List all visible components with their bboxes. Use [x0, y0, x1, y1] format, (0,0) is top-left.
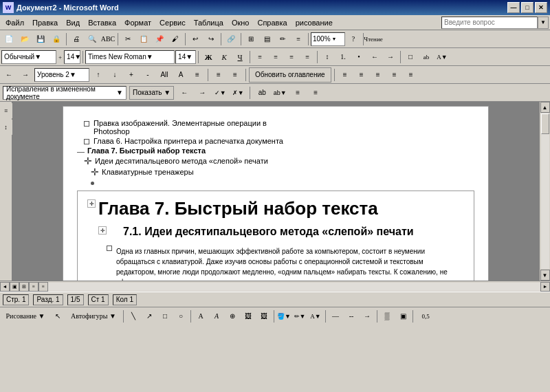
menu-tools[interactable]: Сервис [155, 17, 190, 28]
collapse-button[interactable]: - [140, 67, 155, 83]
track-btn2[interactable]: ab▼ [272, 85, 287, 100]
level-dropdown[interactable]: Уровень 2 ▼ [34, 68, 89, 82]
align-justify-button[interactable]: ≡ [300, 50, 315, 65]
scroll-track[interactable] [541, 113, 549, 269]
shadow-btn[interactable]: ▒ [380, 309, 395, 324]
track-btn1[interactable]: ab [254, 85, 270, 100]
show-format-button[interactable]: A [173, 67, 188, 83]
drawing-label-btn[interactable]: Рисование ▼ [1, 309, 50, 324]
menu-help[interactable]: Справка [253, 17, 291, 28]
drawing-button[interactable]: ✏ [275, 32, 290, 47]
autoshapes-btn[interactable]: Автофигуры ▼ [66, 309, 121, 324]
style-dropdown[interactable]: Обычный ▼ [1, 50, 56, 64]
move-up-button[interactable]: ↑ [91, 67, 106, 83]
save-button[interactable]: 💾 [33, 32, 48, 47]
accept-change-button[interactable]: ✓▼ [212, 85, 228, 100]
menu-view[interactable]: Вид [62, 17, 84, 28]
toc-btn3[interactable]: ≡ [371, 67, 386, 83]
menu-window[interactable]: Окно [228, 17, 254, 28]
menu-table[interactable]: Таблица [190, 17, 228, 28]
wordart-tool[interactable]: A [209, 309, 224, 324]
minimize-button[interactable]: — [507, 2, 520, 13]
font-color-btn2[interactable]: A▼ [308, 309, 323, 324]
textbox-tool[interactable]: A [193, 309, 208, 324]
master-doc-button[interactable]: ≡ [190, 67, 205, 83]
paste-button[interactable]: 📌 [152, 32, 167, 47]
view-normal-button[interactable]: ▣ [10, 282, 19, 292]
arrow-tool[interactable]: ↗ [142, 309, 157, 324]
redo-button[interactable]: ↪ [204, 32, 219, 47]
new-button[interactable]: 📄 [1, 32, 16, 47]
view-read-button[interactable]: ≡ [38, 282, 48, 292]
undo-button[interactable]: ↩ [188, 32, 203, 47]
decrease-indent-button[interactable]: ← [367, 50, 382, 65]
print-button[interactable]: 🖨 [69, 32, 84, 47]
menu-edit[interactable]: Правка [28, 17, 62, 28]
bold-button[interactable]: Ж [201, 50, 216, 65]
expand-button[interactable]: + [124, 67, 139, 83]
clipart-tool[interactable]: 🖼 [241, 309, 256, 324]
scroll-left-button[interactable]: ◄ [0, 282, 10, 292]
reject-change-button[interactable]: ✗▼ [230, 85, 245, 100]
align-right-button[interactable]: ≡ [284, 50, 299, 65]
open-button[interactable]: 📂 [17, 32, 32, 47]
format-painter-button[interactable]: 🖌 [168, 32, 183, 47]
toc-btn4[interactable]: ≡ [387, 67, 402, 83]
help-search-input[interactable] [441, 17, 538, 29]
font-size-extra-dropdown[interactable]: 14 ▼ [64, 50, 80, 64]
num-list-button[interactable]: 1. [336, 50, 351, 65]
outline-down-button[interactable]: → [18, 67, 33, 83]
horizontal-scroll-track[interactable] [48, 283, 540, 291]
menu-file[interactable]: Файл [1, 17, 28, 28]
next-change-button[interactable]: → [195, 85, 210, 100]
line-spacing-button[interactable]: ↕ [320, 50, 335, 65]
scroll-thumb[interactable] [541, 113, 549, 134]
menu-insert[interactable]: Вставка [84, 17, 120, 28]
line-tool[interactable]: ╲ [126, 309, 141, 324]
font-dropdown[interactable]: Times New Roman ▼ [85, 50, 175, 64]
toc-btn1[interactable]: ≡ [338, 67, 353, 83]
zoom-help-button[interactable]: ? [346, 32, 361, 47]
permission-button[interactable]: 🔒 [49, 32, 64, 47]
scroll-up-button[interactable]: ▲ [540, 102, 550, 113]
close-button[interactable]: ✕ [535, 2, 547, 13]
underline-button[interactable]: Ч [232, 50, 248, 65]
italic-button[interactable]: К [217, 50, 232, 65]
track-btn3[interactable]: ≡ [290, 85, 305, 100]
copy-button[interactable]: 📋 [136, 32, 151, 47]
prev-change-button[interactable]: ← [177, 85, 192, 100]
toc-btn2[interactable]: ≡ [354, 67, 369, 83]
left-icon1[interactable]: ≡ [0, 103, 14, 118]
show-all-button[interactable]: All [157, 67, 172, 83]
fill-color-btn[interactable]: 🪣▼ [276, 309, 292, 324]
left-icon2[interactable]: ↕ [0, 120, 14, 135]
move-down-button[interactable]: ↓ [107, 67, 122, 83]
show-dropdown[interactable]: Показать ▼ [129, 86, 174, 100]
spell-button[interactable]: ABC [100, 32, 116, 47]
update-toc-button[interactable]: Обновить оглавление [249, 67, 331, 83]
outside-border-button[interactable]: □ [403, 50, 418, 65]
rect-tool[interactable]: □ [157, 309, 173, 324]
increase-indent-button[interactable]: → [383, 50, 398, 65]
help-dropdown-arrow[interactable]: ▼ [538, 17, 549, 29]
hyperlink-button[interactable]: 🔗 [223, 32, 239, 47]
outline-btn2[interactable]: ≡ [211, 67, 226, 83]
ellipse-tool[interactable]: ○ [173, 309, 188, 324]
menu-format[interactable]: Формат [120, 17, 155, 28]
arrow-style-btn[interactable]: → [360, 309, 375, 324]
view-outline-button[interactable]: ≡ [29, 282, 38, 292]
diagram-tool[interactable]: ⊕ [225, 309, 240, 324]
align-center-button[interactable]: ≡ [268, 50, 283, 65]
columns-button[interactable]: ▤ [259, 32, 274, 47]
3d-btn[interactable]: ▣ [395, 309, 410, 324]
view-web-button[interactable]: ⊞ [19, 282, 29, 292]
menu-drawing[interactable]: рисование [292, 17, 337, 28]
move-handle[interactable]: ✛ [87, 199, 96, 208]
table-button[interactable]: ⊞ [243, 32, 258, 47]
docmap-button[interactable]: ≡ [291, 32, 306, 47]
subheading-handle[interactable]: ✛ [98, 226, 107, 235]
align-left-button[interactable]: ≡ [252, 50, 267, 65]
outline-up-button[interactable]: ← [1, 67, 16, 83]
image-tool[interactable]: 🖼 [256, 309, 272, 324]
tracking-dropdown[interactable]: Исправления в измененном документе ▼ [3, 86, 126, 100]
